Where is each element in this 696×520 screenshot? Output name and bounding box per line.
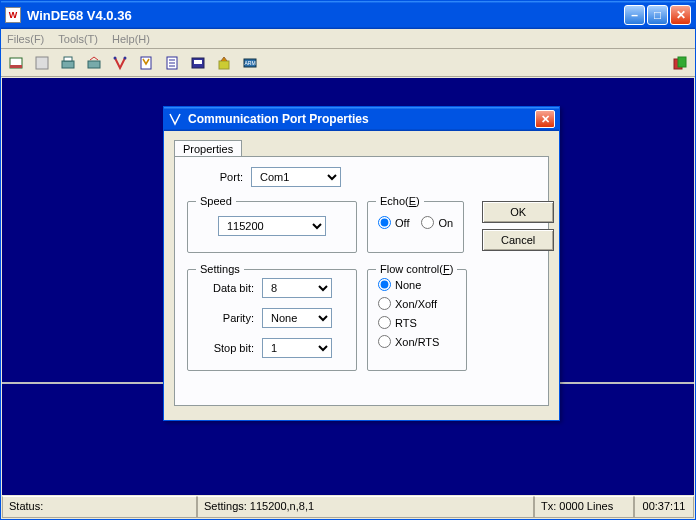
- toolbar-btn-right[interactable]: [669, 52, 691, 74]
- parity-combo[interactable]: None: [262, 308, 332, 328]
- statusbar: Status: Settings: 115200,n,8,1 Tx: 0000 …: [2, 496, 694, 518]
- status-label: Status:: [2, 496, 197, 518]
- ok-button[interactable]: OK: [482, 201, 554, 223]
- port-row: Port: Com1: [187, 167, 536, 187]
- menu-files[interactable]: Files(F): [7, 33, 44, 45]
- stopbit-label: Stop bit:: [198, 342, 254, 354]
- flow-group: Flow control(F) None Xon/Xoff RTS Xon/RT…: [367, 269, 467, 371]
- svg-point-7: [124, 56, 127, 59]
- svg-rect-5: [88, 61, 100, 68]
- status-time: 00:37:11: [634, 496, 694, 518]
- toolbar-btn-10[interactable]: ARM: [239, 52, 261, 74]
- databit-combo[interactable]: 8: [262, 278, 332, 298]
- cancel-button[interactable]: Cancel: [482, 229, 554, 251]
- dialog-body: Properties Port: Com1 Speed 115200: [164, 131, 559, 420]
- tab-header: Properties: [174, 139, 549, 156]
- echo-legend: Echo(E): [376, 195, 424, 207]
- main-window: W WinDE68 V4.0.36 – □ ✕ Files(F) Tools(T…: [0, 0, 696, 520]
- tab-properties[interactable]: Properties: [174, 140, 242, 157]
- menu-tools[interactable]: Tools(T): [58, 33, 98, 45]
- toolbar-btn-5[interactable]: [109, 52, 131, 74]
- speed-combo[interactable]: 115200: [218, 216, 326, 236]
- settings-legend: Settings: [196, 263, 244, 275]
- svg-rect-14: [194, 60, 202, 64]
- echo-off-radio[interactable]: Off: [378, 216, 409, 229]
- echo-on-radio[interactable]: On: [421, 216, 453, 229]
- flow-xonrts-radio[interactable]: Xon/RTS: [378, 335, 456, 348]
- echo-group: Echo(E) Off On: [367, 201, 464, 253]
- dialog-titlebar: Communication Port Properties ✕: [164, 107, 559, 131]
- dialog-close-button[interactable]: ✕: [535, 110, 555, 128]
- svg-rect-2: [36, 57, 48, 69]
- svg-point-6: [114, 56, 117, 59]
- toolbar: ARM: [1, 49, 695, 77]
- toolbar-btn-6[interactable]: [135, 52, 157, 74]
- maximize-button[interactable]: □: [647, 5, 668, 25]
- toolbar-btn-8[interactable]: [187, 52, 209, 74]
- menu-help[interactable]: Help(H): [112, 33, 150, 45]
- port-combo[interactable]: Com1: [251, 167, 341, 187]
- comm-port-dialog: Communication Port Properties ✕ Properti…: [163, 106, 560, 421]
- flow-xonxoff-radio[interactable]: Xon/Xoff: [378, 297, 456, 310]
- flow-legend: Flow control(F): [376, 263, 457, 275]
- menubar: Files(F) Tools(T) Help(H): [1, 29, 695, 49]
- settings-group: Settings Data bit: 8 Parity: None Stop b…: [187, 269, 357, 371]
- dialog-buttons: OK Cancel: [482, 201, 554, 253]
- dialog-icon: [168, 112, 182, 126]
- parity-label: Parity:: [198, 312, 254, 324]
- flow-rts-radio[interactable]: RTS: [378, 316, 456, 329]
- svg-rect-15: [219, 61, 229, 69]
- speed-group: Speed 115200: [187, 201, 357, 253]
- speed-legend: Speed: [196, 195, 236, 207]
- minimize-button[interactable]: –: [624, 5, 645, 25]
- svg-rect-19: [678, 57, 686, 67]
- tab-panel: Port: Com1 Speed 115200: [174, 156, 549, 406]
- svg-rect-3: [62, 61, 74, 68]
- flow-none-radio[interactable]: None: [378, 278, 456, 291]
- window-controls: – □ ✕: [624, 5, 691, 25]
- svg-text:ARM: ARM: [244, 60, 255, 66]
- dialog-title: Communication Port Properties: [188, 112, 535, 126]
- toolbar-btn-4[interactable]: [83, 52, 105, 74]
- toolbar-btn-1[interactable]: [5, 52, 27, 74]
- svg-rect-1: [10, 65, 22, 68]
- svg-rect-4: [64, 57, 72, 61]
- databit-label: Data bit:: [198, 282, 254, 294]
- stopbit-combo[interactable]: 1: [262, 338, 332, 358]
- toolbar-btn-9[interactable]: [213, 52, 235, 74]
- close-button[interactable]: ✕: [670, 5, 691, 25]
- main-titlebar: W WinDE68 V4.0.36 – □ ✕: [1, 1, 695, 29]
- toolbar-btn-7[interactable]: [161, 52, 183, 74]
- port-label: Port:: [187, 171, 243, 183]
- toolbar-btn-2[interactable]: [31, 52, 53, 74]
- app-title: WinDE68 V4.0.36: [27, 8, 624, 23]
- status-tx: Tx: 0000 Lines: [534, 496, 634, 518]
- toolbar-btn-3[interactable]: [57, 52, 79, 74]
- status-settings: Settings: 115200,n,8,1: [197, 496, 534, 518]
- app-icon: W: [5, 7, 21, 23]
